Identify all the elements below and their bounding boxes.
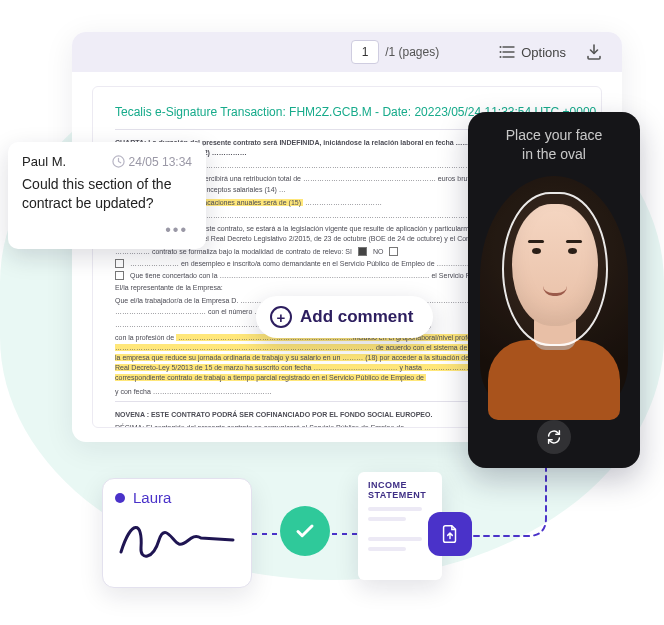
connector-curve xyxy=(468,460,588,550)
comment-more-button[interactable]: ••• xyxy=(22,221,192,239)
text-skeleton xyxy=(368,507,422,511)
plus-circle-icon: + xyxy=(270,306,292,328)
checkbox-desempleo[interactable] xyxy=(115,259,124,268)
download-icon xyxy=(585,43,603,61)
add-comment-label: Add comment xyxy=(300,307,413,327)
signature-scribble xyxy=(113,510,243,570)
text-skeleton xyxy=(368,547,406,551)
face-verify-panel: Place your facein the oval xyxy=(468,112,640,468)
face-instruction: Place your facein the oval xyxy=(468,112,640,170)
comment-author: Paul M. xyxy=(22,154,66,169)
add-comment-button[interactable]: + Add comment xyxy=(256,296,433,338)
camera-preview xyxy=(468,170,640,420)
status-dot xyxy=(115,493,125,503)
success-badge xyxy=(280,506,330,556)
clause-octava: …………… contrato se formaliza bajo la moda… xyxy=(115,248,352,255)
options-label: Options xyxy=(521,45,566,60)
income-title: INCOME STATEMENT xyxy=(368,480,432,501)
signature-card: Laura xyxy=(102,478,252,588)
checkbox-si[interactable] xyxy=(358,247,367,256)
refresh-button[interactable] xyxy=(537,420,571,454)
download-button[interactable] xyxy=(580,38,608,66)
comment-timestamp: 24/05 13:34 xyxy=(112,155,192,169)
comment-card: Paul M. 24/05 13:34 Could this section o… xyxy=(8,142,206,249)
no-label: NO xyxy=(373,248,384,255)
checkbox-no[interactable] xyxy=(389,247,398,256)
svg-point-3 xyxy=(500,46,502,48)
checkbox-concertado[interactable] xyxy=(115,271,124,280)
options-button[interactable]: Options xyxy=(499,45,566,60)
refresh-icon xyxy=(545,428,563,446)
comment-text: Could this section of the contract be up… xyxy=(22,175,192,213)
clock-icon xyxy=(112,155,125,168)
check-icon xyxy=(292,518,318,544)
svg-point-5 xyxy=(500,56,502,58)
text-skeleton xyxy=(368,537,422,541)
page-total-label: /1 (pages) xyxy=(385,45,439,59)
svg-point-4 xyxy=(500,51,502,53)
page-number-input[interactable] xyxy=(351,40,379,64)
signer-name: Laura xyxy=(133,489,171,506)
viewer-toolbar: /1 (pages) Options xyxy=(72,32,622,72)
upload-file-icon xyxy=(439,523,461,545)
upload-button[interactable] xyxy=(428,512,472,556)
list-icon xyxy=(499,45,515,59)
